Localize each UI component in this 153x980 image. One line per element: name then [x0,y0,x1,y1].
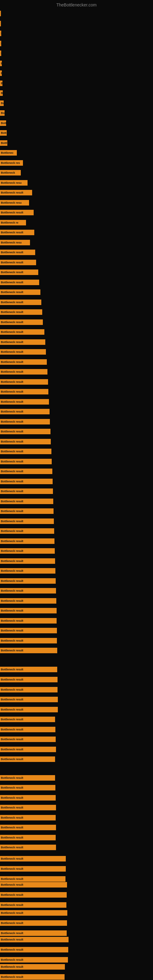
bar: Bottleneck result [0,250,35,255]
bar-label: Bottleneck result [1,539,23,542]
bar-label: Bottleneck result [1,836,23,839]
bar: Bottleneck result [0,937,69,942]
bar-item: Bottleneck result [0,260,36,265]
bar-label: E [1,42,1,45]
bar-item: Bottleneck result [0,508,54,514]
bar-label: Bottleneck result [1,560,23,563]
bar: Bottleneck res [0,160,23,166]
bar-item: Bottleneck result [0,230,34,235]
bar-item: Bottleneck result [0,845,56,850]
bar-label: Bottleneck result [1,510,23,513]
bar-item: Bottleneck [0,170,21,175]
bar: B [0,60,2,66]
bar-item: Bottleneck result [0,419,50,425]
bar: Bottleneck result [0,479,53,484]
bar: Bottleneck result [0,320,43,325]
bar-label: Bottleneck result [1,796,23,799]
bar-label: Bottleneck result [1,430,23,433]
bar-label: Bottlenec [1,151,13,154]
bar-label: Bottleneck result [1,310,23,313]
bar: Bottleneck result [0,805,56,810]
bar: Bottleneck result [0,775,55,781]
bar: Bottleneck result [0,717,55,722]
bar: E [0,51,1,56]
bar-label: Bottleneck result [1,965,23,968]
bar: Bottleneck result [0,379,48,385]
bar: Bottleneck result [0,618,57,624]
bar-item: Bo [0,100,4,106]
bar: Bott [0,130,7,136]
bar: Bottleneck result [0,727,56,732]
bar-label: Bottleneck result [1,904,23,907]
bar-item [0,11,1,16]
bar-label: Bottleneck result [1,938,23,941]
bar: Bottleneck result [0,892,67,897]
bar-item: Bottleneck result [0,638,57,643]
bar-item: Bottleneck resu [0,180,27,186]
bar-label: Bottleneck result [1,877,23,880]
bar-item: Bottleneck result [0,876,65,882]
bar-item: Bottleneck result [0,618,57,624]
bar-item: Bottleneck result [0,469,52,474]
bar: Bottleneck result [0,677,57,682]
bar: Bottleneck result [0,866,66,872]
bar-item: Bottleneck result [0,290,40,295]
bar-item: Bottleneck result [0,269,38,275]
bar-item: Bottleneck result [0,667,57,672]
bar: Bottleneck result [0,825,56,830]
bar: B [0,81,2,86]
bar-label: Bottleneck result [1,932,23,935]
bar-item: Bottleneck result [0,687,57,692]
bar-item: Bottleneck result [0,974,65,980]
bar: Bottleneck result [0,309,42,315]
bar: Bottleneck result [0,369,48,375]
bar-item: Bottleneck result [0,825,56,830]
bar-label: Bo [1,111,5,115]
bar-label: Bottleneck resu [1,201,22,204]
bar-label: Bottleneck result [1,867,23,870]
site-title: TheBottlenecker.com [0,0,153,9]
bar-item: B [0,70,2,76]
bar-label: Bottleneck result [1,948,23,951]
bar: B [0,70,2,76]
bar: Bottleneck result [0,876,65,882]
bar-item: Bottleneck result [0,775,55,781]
bar-label: Bottleneck result [1,649,23,652]
bar-item: Bottleneck result [0,429,51,434]
bar-label: Bottleneck result [1,806,23,809]
bar-item: Bottl [0,140,7,146]
bar-label: Bottleneck result [1,639,23,642]
bar: Bottleneck result [0,628,57,633]
bar-item: Bottleneck result [0,957,68,963]
bar: Bottl [0,140,7,146]
bar-label: Bottleneck result [1,271,23,274]
bar-label: Bottleneck result [1,776,23,780]
bar: Bottleneck result [0,499,53,504]
bar-item: Bottleneck result [0,190,32,196]
bar-label: Bottleneck result [1,251,23,254]
bar: Bottleneck re [0,220,26,225]
bar-item: Bottleneck result [0,902,66,908]
bar-label: Bottleneck result [1,390,23,393]
bar: Bottleneck result [0,230,34,235]
bar: Bottleneck result [0,210,33,215]
bar: Bottleneck result [0,260,36,265]
bar-label: Bottleneck result [1,281,23,284]
bar-label: Bottleneck result [1,191,23,194]
bar-label: Bottleneck result [1,301,23,304]
bar: Bottleneck resu [0,200,29,205]
bar-label: Bottleneck result [1,420,23,423]
bar-item: Bottleneck result [0,756,55,762]
bar: Bottleneck result [0,756,55,762]
bar-item: Bottleneck result [0,538,54,544]
bar-label: Bottl [1,142,7,145]
bar-label: Bottleneck result [1,893,23,896]
bar-label: Bottleneck result [1,380,23,383]
bar-label: Bottleneck result [1,530,23,533]
bar-item: Bottl [0,120,6,126]
bar: Bottleneck result [0,707,58,712]
bar-item: Bottleneck result [0,608,57,613]
bar-item: Bottleneck result [0,519,54,524]
bar-label: Bottleneck result [1,668,23,671]
bar-label: Bottleneck result [1,480,23,483]
